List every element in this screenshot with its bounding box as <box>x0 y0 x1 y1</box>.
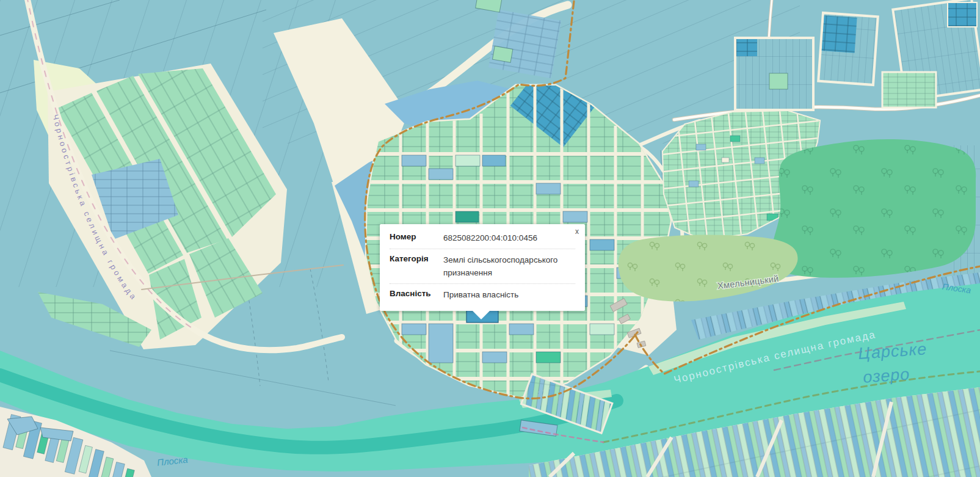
popup-value: 6825082200:04:010:0456 <box>443 232 575 244</box>
popup-value: Приватна власність <box>443 289 575 301</box>
popup-close-button[interactable]: x <box>572 225 583 238</box>
popup-row-ownership: Власність Приватна власність <box>390 284 575 305</box>
popup-row-category: Категорія Землі сільськогосподарського п… <box>390 249 575 284</box>
lake-label-line2: озеро <box>862 365 910 386</box>
forest <box>772 139 976 278</box>
parcel-info-popup: x Номер 6825082200:04:010:0456 Категорія… <box>380 224 585 311</box>
popup-label: Власність <box>390 289 443 301</box>
popup-value: Землі сільськогосподарського призначення <box>443 254 575 279</box>
popup-label: Номер <box>390 232 443 244</box>
popup-label: Категорія <box>390 254 443 279</box>
cadastral-map-app: Чорноострівська селищна громада Чорноост… <box>0 0 980 477</box>
popup-pointer <box>473 311 490 319</box>
popup-row-number: Номер 6825082200:04:010:0456 <box>390 227 575 249</box>
